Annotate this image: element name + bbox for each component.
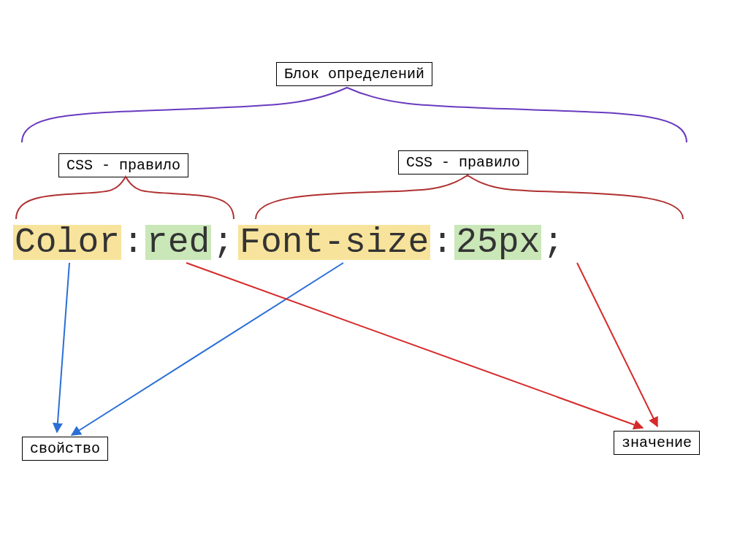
code-value-1: red (145, 225, 211, 260)
label-value-text: значение (622, 434, 692, 451)
arrow-color-to-property-icon (57, 263, 69, 432)
label-property-text: свойство (30, 440, 100, 457)
label-value: значение (614, 431, 700, 455)
code-line: Color:red; Font-size:25px; (13, 225, 565, 260)
brace-rule-1-icon (16, 177, 234, 219)
label-rule-2-text: CSS - правило (406, 154, 520, 171)
label-rule-1-text: CSS - правило (66, 157, 180, 174)
code-property-2: Font-size (238, 225, 430, 260)
arrow-25px-to-value-icon (577, 263, 657, 426)
label-rule-2: CSS - правило (398, 150, 528, 174)
code-semi-1: ; (211, 225, 235, 260)
code-semi-2: ; (541, 225, 565, 260)
label-property: свойство (22, 437, 108, 461)
diagram-root: Блок определений CSS - правило CSS - пра… (0, 0, 748, 560)
code-colon-1: : (121, 225, 145, 260)
label-rule-1: CSS - правило (58, 153, 188, 177)
brace-rule-2-icon (256, 175, 683, 219)
label-block: Блок определений (276, 62, 432, 86)
code-property-1: Color (13, 225, 121, 260)
brace-block-icon (22, 88, 687, 142)
code-colon-2: : (430, 225, 454, 260)
arrow-red-to-value-icon (186, 263, 643, 428)
code-value-2: 25px (454, 225, 541, 260)
arrow-fontsize-to-property-icon (72, 263, 343, 435)
label-block-text: Блок определений (284, 66, 424, 83)
